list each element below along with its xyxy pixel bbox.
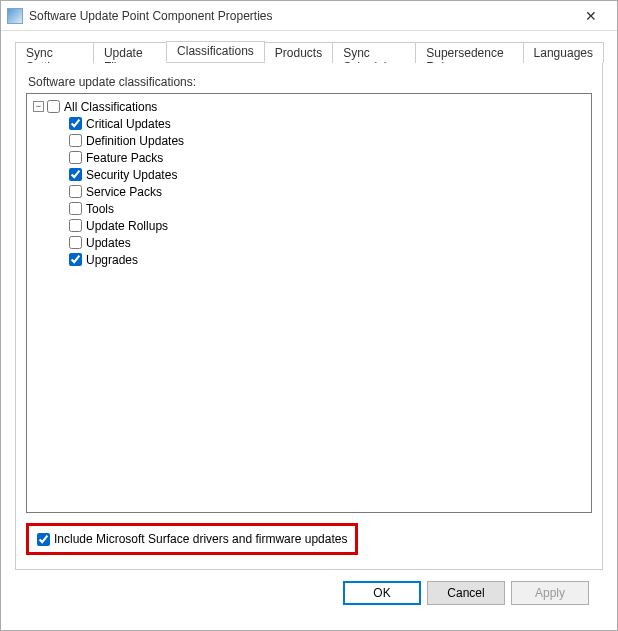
close-button[interactable]: ✕: [571, 2, 611, 30]
tree-label: Critical Updates: [86, 117, 171, 131]
tree-label: Update Rollups: [86, 219, 168, 233]
tab-body-classifications: Software update classifications: − All C…: [15, 63, 603, 570]
cancel-button[interactable]: Cancel: [427, 581, 505, 605]
tree-node-updates[interactable]: Updates: [31, 234, 587, 251]
section-label: Software update classifications:: [28, 75, 592, 89]
tab-sync-settings[interactable]: Sync Settings: [15, 42, 94, 63]
dialog-footer: OK Cancel Apply: [15, 570, 603, 616]
tree-label: Security Updates: [86, 168, 177, 182]
checkbox-upgrades[interactable]: [69, 253, 82, 266]
tree-node-feature-packs[interactable]: Feature Packs: [31, 149, 587, 166]
tabstrip: Sync Settings Update Files Classificatio…: [15, 41, 603, 63]
tree-node-update-rollups[interactable]: Update Rollups: [31, 217, 587, 234]
tab-sync-schedule[interactable]: Sync Schedule: [332, 42, 416, 63]
window-title: Software Update Point Component Properti…: [29, 9, 571, 23]
tree-node-all-classifications[interactable]: − All Classifications: [31, 98, 587, 115]
tab-update-files[interactable]: Update Files: [93, 42, 167, 63]
checkbox-definition-updates[interactable]: [69, 134, 82, 147]
close-icon: ✕: [585, 8, 597, 24]
checkbox-update-rollups[interactable]: [69, 219, 82, 232]
titlebar: Software Update Point Component Properti…: [1, 1, 617, 31]
tree-node-tools[interactable]: Tools: [31, 200, 587, 217]
tree-node-critical-updates[interactable]: Critical Updates: [31, 115, 587, 132]
checkbox-include-surface-drivers[interactable]: [37, 533, 50, 546]
tree-label: All Classifications: [64, 100, 157, 114]
include-surface-label: Include Microsoft Surface drivers and fi…: [54, 532, 347, 546]
tab-products[interactable]: Products: [264, 42, 333, 63]
checkbox-all-classifications[interactable]: [47, 100, 60, 113]
dialog-window: Software Update Point Component Properti…: [0, 0, 618, 631]
tab-languages[interactable]: Languages: [523, 42, 604, 63]
tab-supersedence-rules[interactable]: Supersedence Rules: [415, 42, 523, 63]
tree-label: Upgrades: [86, 253, 138, 267]
tab-classifications[interactable]: Classifications: [166, 41, 265, 62]
checkbox-critical-updates[interactable]: [69, 117, 82, 130]
tree-node-upgrades[interactable]: Upgrades: [31, 251, 587, 268]
tree-label: Service Packs: [86, 185, 162, 199]
checkbox-security-updates[interactable]: [69, 168, 82, 181]
apply-button: Apply: [511, 581, 589, 605]
tree-label: Updates: [86, 236, 131, 250]
checkbox-updates[interactable]: [69, 236, 82, 249]
checkbox-service-packs[interactable]: [69, 185, 82, 198]
ok-button[interactable]: OK: [343, 581, 421, 605]
checkbox-tools[interactable]: [69, 202, 82, 215]
classifications-tree: − All Classifications Critical Updates D…: [26, 93, 592, 513]
collapse-icon[interactable]: −: [33, 101, 44, 112]
checkbox-feature-packs[interactable]: [69, 151, 82, 164]
app-icon: [7, 8, 23, 24]
tree-label: Feature Packs: [86, 151, 163, 165]
dialog-content: Sync Settings Update Files Classificatio…: [1, 31, 617, 630]
highlight-box: Include Microsoft Surface drivers and fi…: [26, 523, 358, 555]
tree-node-definition-updates[interactable]: Definition Updates: [31, 132, 587, 149]
tree-node-service-packs[interactable]: Service Packs: [31, 183, 587, 200]
tree-label: Definition Updates: [86, 134, 184, 148]
tree-node-security-updates[interactable]: Security Updates: [31, 166, 587, 183]
tree-label: Tools: [86, 202, 114, 216]
